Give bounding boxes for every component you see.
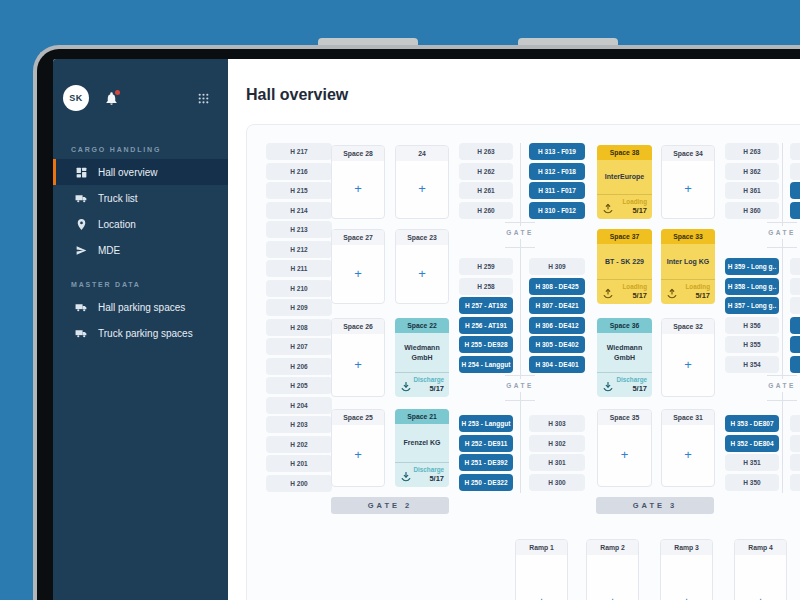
hall-slot-pill[interactable]: H 312 - F018 <box>529 163 585 180</box>
hall-slot-pill[interactable]: H 252 - DE911 <box>459 435 513 452</box>
sidebar-item-hall-overview[interactable]: Hall overview <box>53 159 228 185</box>
add-booking-button[interactable]: + <box>684 181 692 198</box>
hall-slot-pill[interactable] <box>790 317 800 334</box>
hall-slot-pill[interactable] <box>790 278 800 295</box>
apps-grid-icon[interactable] <box>197 92 210 105</box>
hall-slot-pill[interactable] <box>790 143 800 160</box>
hall-slot-pill[interactable]: H 302 <box>529 435 585 452</box>
bell-icon[interactable] <box>104 91 119 106</box>
space-card-space-28[interactable]: Space 28+ <box>331 145 385 219</box>
hall-slot-pill[interactable] <box>790 202 800 219</box>
sidebar-item-truck-parking-spaces[interactable]: Truck parking spaces <box>53 320 228 346</box>
hall-slot-pill[interactable]: H 206 <box>266 358 332 375</box>
hall-slot-pill[interactable]: H 309 <box>529 258 585 275</box>
hall-slot-pill[interactable] <box>790 297 800 314</box>
hall-slot-pill[interactable]: H 207 <box>266 338 332 355</box>
hall-slot-pill[interactable] <box>790 474 800 491</box>
space-card-space-26[interactable]: Space 26+ <box>331 318 385 397</box>
hall-slot-pill[interactable]: H 257 - AT192 <box>459 297 513 314</box>
hall-slot-pill[interactable]: H 303 <box>529 415 585 432</box>
space-card-space-34[interactable]: Space 34+ <box>661 145 715 219</box>
space-card-space-22[interactable]: Space 22Wiedmann GmbHDischarge5/17 <box>395 318 449 397</box>
hall-slot-pill[interactable]: H 215 <box>266 182 332 199</box>
hall-slot-pill[interactable]: H 263 <box>725 143 779 160</box>
hall-slot-pill[interactable]: H 311 - F017 <box>529 182 585 199</box>
add-booking-button[interactable]: + <box>538 594 546 600</box>
hall-slot-pill[interactable]: H 358 - Long g.. <box>725 278 779 295</box>
hall-slot-pill[interactable]: H 203 <box>266 416 332 433</box>
hall-slot-pill[interactable]: H 306 - DE412 <box>529 317 585 334</box>
hall-slot-pill[interactable]: H 356 <box>725 317 779 334</box>
hall-slot-pill[interactable] <box>790 182 800 199</box>
hall-slot-pill[interactable]: H 217 <box>266 143 332 160</box>
hall-slot-pill[interactable]: H 361 <box>725 182 779 199</box>
hall-slot-pill[interactable] <box>790 336 800 353</box>
hall-slot-pill[interactable]: H 353 - DE807 <box>725 415 779 432</box>
space-card-space-27[interactable]: Space 27+ <box>331 229 385 304</box>
hall-slot-pill[interactable]: H 216 <box>266 163 332 180</box>
ramp-card-ramp-1[interactable]: Ramp 1+ <box>515 539 568 600</box>
hall-slot-pill[interactable]: H 355 <box>725 336 779 353</box>
hall-slot-pill[interactable]: H 354 <box>725 356 779 373</box>
space-card-space-25[interactable]: Space 25+ <box>331 409 385 487</box>
hall-slot-pill[interactable]: H 212 <box>266 241 332 258</box>
hall-slot-pill[interactable]: H 254 - Langgut <box>459 356 513 373</box>
hall-slot-pill[interactable]: H 305 - DE402 <box>529 336 585 353</box>
space-card-space-37[interactable]: Space 37BT - SK 229Loading5/17 <box>597 229 652 304</box>
ramp-card-ramp-2[interactable]: Ramp 2+ <box>586 539 639 600</box>
hall-slot-pill[interactable]: H 214 <box>266 202 332 219</box>
add-booking-button[interactable]: + <box>354 181 362 198</box>
sidebar-item-hall-parking-spaces[interactable]: Hall parking spaces <box>53 294 228 320</box>
hall-slot-pill[interactable]: H 313 - F019 <box>529 143 585 160</box>
hall-slot-pill[interactable]: H 352 - DE804 <box>725 435 779 452</box>
hall-slot-pill[interactable]: H 250 - DE322 <box>459 474 513 491</box>
add-booking-button[interactable]: + <box>354 266 362 283</box>
add-booking-button[interactable]: + <box>684 357 692 374</box>
hall-slot-pill[interactable]: H 251 - DE392 <box>459 454 513 471</box>
hall-slot-pill[interactable]: H 201 <box>266 455 332 472</box>
hall-slot-pill[interactable]: H 300 <box>529 474 585 491</box>
hall-slot-pill[interactable]: H 211 <box>266 260 332 277</box>
hall-slot-pill[interactable]: H 261 <box>459 182 513 199</box>
space-card-space-36[interactable]: Space 36Wiedmann GmbHDischarge5/17 <box>597 318 652 397</box>
add-booking-button[interactable]: + <box>354 357 362 374</box>
add-booking-button[interactable]: + <box>683 594 691 600</box>
space-card-space-38[interactable]: Space 38InterEuropeLoading5/17 <box>597 145 652 219</box>
space-card-space-23[interactable]: Space 23+ <box>395 229 449 304</box>
space-card-space-35[interactable]: Space 35+ <box>597 409 652 487</box>
hall-slot-pill[interactable]: H 256 - AT191 <box>459 317 513 334</box>
hall-slot-pill[interactable]: H 362 <box>725 163 779 180</box>
ramp-card-ramp-3[interactable]: Ramp 3+ <box>660 539 713 600</box>
hall-slot-pill[interactable]: H 308 - DE425 <box>529 278 585 295</box>
add-booking-button[interactable]: + <box>418 266 426 283</box>
hall-slot-pill[interactable]: H 258 <box>459 278 513 295</box>
add-booking-button[interactable]: + <box>621 447 629 464</box>
hall-slot-pill[interactable]: H 259 <box>459 258 513 275</box>
add-booking-button[interactable]: + <box>684 447 692 464</box>
hall-slot-pill[interactable]: H 209 <box>266 299 332 316</box>
add-booking-button[interactable]: + <box>354 447 362 464</box>
hall-slot-pill[interactable] <box>790 415 800 432</box>
space-card-space-32[interactable]: Space 32+ <box>661 318 715 397</box>
hall-slot-pill[interactable]: H 350 <box>725 474 779 491</box>
hall-slot-pill[interactable]: H 351 <box>725 454 779 471</box>
space-card-space-33[interactable]: Space 33Inter Log KGLoading5/17 <box>661 229 715 304</box>
hall-slot-pill[interactable]: H 357 - Long g.. <box>725 297 779 314</box>
hall-slot-pill[interactable]: H 202 <box>266 436 332 453</box>
avatar[interactable]: SK <box>63 85 89 111</box>
hall-slot-pill[interactable]: H 205 <box>266 377 332 394</box>
hall-slot-pill[interactable]: H 307 - DE421 <box>529 297 585 314</box>
hall-slot-pill[interactable]: H 304 - DE401 <box>529 356 585 373</box>
hall-slot-pill[interactable]: H 213 <box>266 221 332 238</box>
hall-slot-pill[interactable]: H 360 <box>725 202 779 219</box>
hall-slot-pill[interactable]: H 260 <box>459 202 513 219</box>
add-booking-button[interactable]: + <box>609 594 617 600</box>
hall-slot-pill[interactable]: H 310 - F012 <box>529 202 585 219</box>
hall-slot-pill[interactable]: H 200 <box>266 475 332 492</box>
add-booking-button[interactable]: + <box>757 594 765 600</box>
space-card-24[interactable]: 24+ <box>395 145 449 219</box>
hall-slot-pill[interactable]: H 262 <box>459 163 513 180</box>
hall-slot-pill[interactable] <box>790 258 800 275</box>
hall-slot-pill[interactable]: H 253 - Langgut <box>459 415 513 432</box>
hall-slot-pill[interactable]: H 359 - Long g.. <box>725 258 779 275</box>
